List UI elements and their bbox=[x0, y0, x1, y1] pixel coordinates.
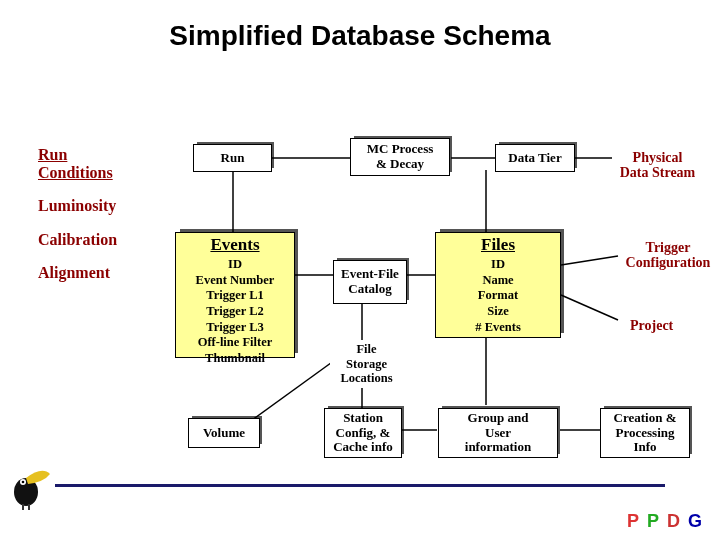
events-line: Thumbnail bbox=[180, 351, 290, 367]
box-mc-l1: MC Process bbox=[367, 142, 434, 157]
efcatalog-l2: Catalog bbox=[348, 282, 391, 297]
storage-l2: Storage bbox=[346, 357, 387, 371]
box-groupuser: Group and User information bbox=[438, 408, 558, 458]
events-line: ID bbox=[180, 257, 290, 273]
files-line: Format bbox=[440, 288, 556, 304]
sidebar-item: Luminosity bbox=[38, 197, 138, 215]
svg-rect-18 bbox=[22, 504, 24, 510]
logo-g: G bbox=[688, 511, 710, 531]
events-line: Trigger L1 bbox=[180, 288, 290, 304]
sidebar-item: Alignment bbox=[38, 264, 138, 282]
box-datatier-label: Data Tier bbox=[508, 151, 561, 166]
toucan-icon bbox=[8, 460, 52, 510]
files-line: ID bbox=[440, 257, 556, 273]
box-events-head: Events bbox=[176, 233, 294, 255]
box-files-head: Files bbox=[436, 233, 560, 255]
sidebar: Run Conditions Luminosity Calibration Al… bbox=[38, 146, 138, 298]
physical-l1: Physical bbox=[610, 150, 705, 165]
events-line: Off-line Filter bbox=[180, 335, 290, 351]
trigger-l1: Trigger bbox=[618, 240, 718, 255]
box-station: Station Config, & Cache info bbox=[324, 408, 402, 458]
svg-line-12 bbox=[252, 360, 335, 420]
box-datatier: Data Tier bbox=[495, 144, 575, 172]
station-l1: Station bbox=[343, 411, 383, 426]
box-events: Events ID Event Number Trigger L1 Trigge… bbox=[175, 232, 295, 358]
label-project: Project bbox=[630, 318, 673, 333]
box-efcatalog: Event-File Catalog bbox=[333, 260, 407, 304]
box-run: Run bbox=[193, 144, 272, 172]
events-line: Event Number bbox=[180, 273, 290, 289]
creation-l1: Creation & bbox=[614, 411, 677, 426]
creation-l3: Info bbox=[633, 440, 656, 455]
volume-label: Volume bbox=[203, 426, 245, 441]
box-volume: Volume bbox=[188, 418, 260, 448]
page-title: Simplified Database Schema bbox=[0, 20, 720, 52]
files-line: Name bbox=[440, 273, 556, 289]
events-line: Trigger L3 bbox=[180, 320, 290, 336]
svg-point-17 bbox=[22, 481, 25, 484]
box-run-label: Run bbox=[221, 151, 245, 166]
trigger-l2: Configuration bbox=[618, 255, 718, 270]
sidebar-item: Run Conditions bbox=[38, 146, 138, 181]
files-line: Size bbox=[440, 304, 556, 320]
creation-l2: Processing bbox=[616, 426, 675, 441]
logo-p1: P bbox=[627, 511, 647, 531]
sidebar-item: Calibration bbox=[38, 231, 138, 249]
svg-line-7 bbox=[561, 256, 618, 265]
events-line: Trigger L2 bbox=[180, 304, 290, 320]
logo-d: D bbox=[667, 511, 688, 531]
groupuser-l2: User bbox=[485, 426, 511, 441]
physical-l2: Data Stream bbox=[610, 165, 705, 180]
box-mc: MC Process & Decay bbox=[350, 138, 450, 176]
box-creation: Creation & Processing Info bbox=[600, 408, 690, 458]
ppdg-logo: PPDG bbox=[627, 511, 710, 532]
efcatalog-l1: Event-File bbox=[341, 267, 399, 282]
box-files: Files ID Name Format Size # Events bbox=[435, 232, 561, 338]
svg-rect-19 bbox=[28, 504, 30, 510]
box-events-body: ID Event Number Trigger L1 Trigger L2 Tr… bbox=[176, 255, 294, 368]
files-line: # Events bbox=[440, 320, 556, 336]
label-physical: Physical Data Stream bbox=[610, 150, 705, 181]
groupuser-l1: Group and bbox=[468, 411, 529, 426]
station-l2: Config, & bbox=[336, 426, 391, 441]
box-storage: File Storage Locations bbox=[330, 340, 403, 388]
storage-l1: File bbox=[356, 342, 376, 356]
svg-line-8 bbox=[561, 295, 618, 320]
logo-p2: P bbox=[647, 511, 667, 531]
box-files-body: ID Name Format Size # Events bbox=[436, 255, 560, 337]
station-l3: Cache info bbox=[333, 440, 393, 455]
storage-l3: Locations bbox=[340, 371, 392, 385]
box-mc-l2: & Decay bbox=[376, 157, 424, 172]
label-trigger: Trigger Configuration bbox=[618, 240, 718, 271]
groupuser-l3: information bbox=[465, 440, 531, 455]
footer-rule bbox=[55, 484, 665, 487]
